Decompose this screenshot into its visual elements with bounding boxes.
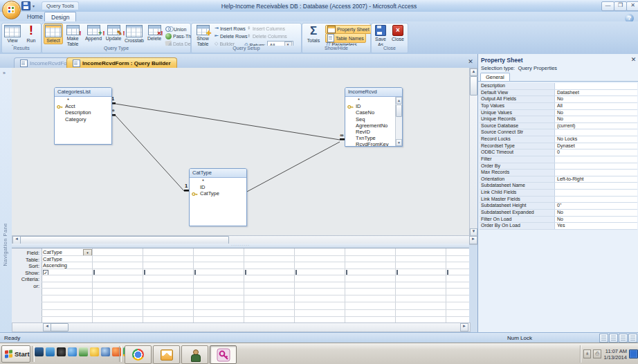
grid-cell-field[interactable] bbox=[395, 249, 446, 256]
datasheet-view-toggle-icon[interactable] bbox=[599, 334, 608, 343]
grid-cell-criteria[interactable] bbox=[193, 275, 244, 282]
media-player-icon[interactable] bbox=[57, 347, 66, 356]
show-checkbox[interactable] bbox=[447, 270, 448, 275]
show-checkbox[interactable] bbox=[144, 270, 145, 275]
grid-cell-sort[interactable] bbox=[143, 262, 193, 269]
delete-columns-button[interactable]: ⇟ Delete Columns bbox=[247, 33, 287, 39]
grid-cell-empty[interactable] bbox=[92, 295, 143, 302]
crosstab-button[interactable]: Crosstab bbox=[124, 24, 145, 44]
grid-cell-field[interactable] bbox=[92, 249, 143, 256]
field-item[interactable]: AgreementNo bbox=[345, 122, 402, 129]
smiley-app-icon[interactable] bbox=[90, 347, 99, 356]
property-row[interactable]: Unique ValuesNo bbox=[480, 110, 637, 117]
table-header[interactable]: CatType bbox=[190, 169, 246, 178]
grid-cell-show[interactable] bbox=[92, 269, 143, 275]
contacts-taskbar-button[interactable] bbox=[181, 345, 208, 364]
grid-cell-empty[interactable] bbox=[143, 302, 193, 309]
show-checkbox[interactable] bbox=[194, 270, 196, 275]
grid-cell-or[interactable] bbox=[345, 282, 395, 289]
show-desktop-icon[interactable] bbox=[35, 347, 44, 356]
office-button[interactable] bbox=[2, 1, 21, 19]
grid-cell-or[interactable] bbox=[395, 282, 446, 289]
property-row[interactable]: Description bbox=[480, 83, 637, 90]
grid-cell-field[interactable] bbox=[143, 249, 193, 256]
property-value[interactable]: 0 bbox=[555, 149, 637, 156]
property-value[interactable]: No bbox=[555, 210, 637, 216]
grid-cell-empty[interactable] bbox=[244, 302, 294, 309]
select-query-button[interactable]: Select bbox=[44, 24, 63, 44]
grid-cell-field[interactable] bbox=[193, 249, 244, 256]
grid-cell-table[interactable] bbox=[92, 256, 143, 262]
property-row[interactable]: Order By bbox=[480, 163, 637, 170]
grid-cell-sort[interactable] bbox=[395, 262, 446, 269]
property-value[interactable]: No bbox=[555, 96, 637, 102]
grid-cell-empty[interactable] bbox=[345, 289, 395, 295]
scroll-up-icon[interactable]: ▲ bbox=[396, 97, 402, 104]
property-row[interactable]: Source Database(current) bbox=[480, 123, 637, 130]
close-window-button[interactable]: ✕ bbox=[626, 1, 638, 11]
grid-cell-empty[interactable] bbox=[143, 295, 193, 302]
field-item[interactable]: Acct bbox=[55, 103, 111, 109]
view-button[interactable]: View ▾ bbox=[4, 24, 21, 48]
close-query-button[interactable]: × Close bbox=[390, 24, 405, 42]
grid-cell-empty[interactable] bbox=[143, 289, 193, 295]
field-item[interactable]: RcvdFromKey bbox=[345, 141, 402, 146]
tab-query-builder[interactable]: IncomeRcvdForm : Query Builder bbox=[66, 57, 177, 68]
insert-columns-button[interactable]: ⇞ Insert Columns bbox=[247, 26, 285, 31]
property-row[interactable]: Link Child Fields bbox=[480, 190, 637, 197]
grid-cell-empty[interactable] bbox=[345, 310, 395, 317]
property-row[interactable]: Top ValuesAll bbox=[480, 103, 637, 110]
grid-cell-table[interactable] bbox=[244, 256, 294, 262]
property-row[interactable]: Default ViewDatasheet bbox=[480, 90, 637, 97]
property-row[interactable]: Record LocksNo Locks bbox=[480, 136, 637, 143]
query-grid[interactable]: Field:Table:Sort:Show:Criteria:or: CatTy… bbox=[12, 248, 469, 323]
grid-cell-table[interactable] bbox=[446, 256, 469, 262]
property-value[interactable] bbox=[555, 183, 637, 189]
grid-cell-show[interactable] bbox=[193, 269, 244, 275]
field-item[interactable]: CatType bbox=[190, 190, 246, 197]
grid-cell-empty[interactable] bbox=[42, 302, 92, 309]
property-value[interactable] bbox=[555, 163, 637, 170]
grid-cell-table[interactable] bbox=[143, 256, 193, 262]
property-row[interactable]: Max Records bbox=[480, 170, 637, 176]
grid-hscroll-thumb[interactable] bbox=[51, 323, 69, 331]
grid-cell-show[interactable]: ✓ bbox=[42, 269, 92, 275]
grid-cell-criteria[interactable] bbox=[42, 275, 92, 282]
grid-cell-or[interactable] bbox=[244, 282, 294, 289]
scroll-down-icon[interactable]: ▼ bbox=[396, 139, 402, 146]
grid-cell-empty[interactable] bbox=[193, 302, 244, 309]
grid-cell-empty[interactable] bbox=[42, 289, 92, 295]
grid-cell-field[interactable] bbox=[345, 249, 395, 256]
grid-cell-empty[interactable] bbox=[446, 310, 469, 317]
grid-cell-empty[interactable] bbox=[42, 295, 92, 302]
grid-cell-sort[interactable] bbox=[294, 262, 345, 269]
make-table-button[interactable]: ! Make Table bbox=[63, 24, 82, 46]
grid-cell-empty[interactable] bbox=[446, 302, 469, 309]
field-list-table[interactable]: CategoriesList*AcctDescriptionCategory bbox=[54, 87, 112, 145]
navigation-pane-collapsed[interactable]: » Navigation Pane bbox=[0, 68, 12, 332]
show-checkbox[interactable] bbox=[93, 270, 95, 275]
qat-customize-icon[interactable]: ▾ bbox=[33, 3, 35, 8]
property-value[interactable]: 0" bbox=[555, 203, 637, 209]
grid-cell-sort[interactable] bbox=[193, 262, 244, 269]
property-value[interactable]: No bbox=[555, 116, 637, 122]
grid-cell-empty[interactable] bbox=[345, 302, 395, 309]
property-row[interactable]: Recordset TypeDynaset bbox=[480, 143, 637, 150]
property-sheet-close-icon[interactable]: ✕ bbox=[630, 56, 637, 64]
show-checkbox[interactable]: ✓ bbox=[43, 270, 48, 275]
property-value[interactable]: No bbox=[555, 110, 637, 116]
field-item[interactable]: RevID bbox=[345, 129, 402, 135]
grid-scroll-right-icon[interactable]: ► bbox=[460, 323, 468, 331]
grid-cell-empty[interactable] bbox=[294, 295, 345, 302]
append-button[interactable]: +! Append bbox=[84, 24, 103, 42]
insert-rows-button[interactable]: ⇥ Insert Rows bbox=[215, 26, 246, 31]
property-row[interactable]: ODBC Timeout0 bbox=[480, 149, 637, 156]
property-row[interactable]: Subdatasheet Height0" bbox=[480, 203, 637, 210]
sql-view-toggle-icon[interactable] bbox=[628, 334, 637, 343]
pivottable-view-toggle-icon[interactable] bbox=[609, 334, 618, 343]
property-row[interactable]: Unique RecordsNo bbox=[480, 116, 637, 123]
grid-hscrollbar[interactable]: ◄ ► bbox=[12, 322, 471, 332]
table-scroll-thumb[interactable] bbox=[396, 104, 402, 117]
grid-cell-or[interactable] bbox=[446, 282, 469, 289]
grid-cell-show[interactable] bbox=[143, 269, 193, 275]
